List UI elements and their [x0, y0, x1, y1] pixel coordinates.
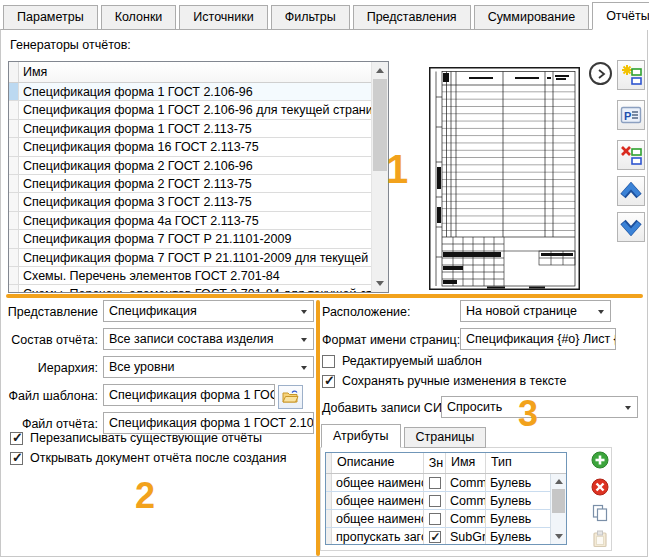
report-content-combo[interactable]: Все записи состава изделия — [103, 328, 314, 350]
list-item-label: Спецификация форма 7 ГОСТ Р 21.1101-2009 — [19, 230, 293, 247]
checkbox-icon[interactable] — [429, 495, 441, 507]
header-name: Имя — [446, 453, 486, 473]
cell-value[interactable] — [424, 528, 446, 545]
checkbox-icon[interactable] — [429, 477, 441, 489]
list-item[interactable]: Спецификация форма 3 ГОСТ 2.113-75 — [9, 193, 388, 211]
arrow-up-icon — [555, 479, 563, 484]
delete-report-generator-button[interactable] — [617, 140, 645, 170]
generators-label: Генераторы отчётов: — [10, 38, 131, 52]
tab-Отчёты[interactable]: Отчёты — [592, 2, 649, 30]
scroll-up-button[interactable] — [551, 474, 566, 488]
list-item[interactable]: Спецификация форма 1 ГОСТ 2.106-96 для т… — [9, 101, 388, 119]
tab-Атрибуты[interactable]: Атрибуты — [321, 424, 401, 448]
editable-template-checkbox[interactable]: Редактируемый шаблон — [322, 353, 482, 369]
tab-Источники[interactable]: Источники — [179, 5, 267, 30]
annotation-1: 1 — [386, 147, 408, 192]
page-name-format-input[interactable]: Спецификация {#o} Лист { — [460, 328, 616, 350]
add-attribute-button[interactable] — [590, 450, 609, 469]
overwrite-reports-checkbox[interactable]: Перезаписывать существующие отчёты — [10, 430, 262, 446]
add-si-records-label: Добавить записи СИ: — [322, 397, 445, 419]
list-item[interactable]: Спецификация форма 2 ГОСТ 2.106-96 — [9, 157, 388, 175]
tab-Параметры[interactable]: Параметры — [3, 5, 98, 30]
tab-Страницы[interactable]: Страницы — [404, 427, 487, 448]
attr-table-body: общее наименованCommБулевьобщее наименов… — [326, 474, 566, 545]
list-item-label: Спецификация форма 1 ГОСТ 2.106-96 — [19, 83, 255, 100]
table-row[interactable]: общее наименованCommБулевь — [326, 510, 566, 528]
list-item-label: Спецификация форма 1 ГОСТ 2.106-96 для т… — [19, 101, 388, 118]
checkbox-icon — [322, 375, 335, 388]
list-item-label: Спецификация форма 2 ГОСТ 2.113-75 — [19, 175, 254, 192]
cell-value[interactable] — [424, 510, 446, 527]
row-header — [9, 249, 19, 266]
representation-combo[interactable]: Спецификация — [103, 300, 314, 322]
scroll-thumb[interactable] — [373, 79, 387, 171]
paste-attribute-button[interactable] — [590, 529, 609, 548]
list-item[interactable]: Спецификация форма 7 ГОСТ Р 21.1101-2009 — [9, 230, 388, 248]
list-item[interactable]: Спецификация форма 1 ГОСТ 2.106-96 — [9, 83, 388, 101]
checkbox-icon[interactable] — [429, 531, 441, 543]
row-header — [9, 120, 19, 137]
scroll-thumb[interactable] — [552, 489, 565, 513]
reports-settings-window: ПараметрыКолонкиИсточникиФильтрыПредстав… — [0, 0, 649, 558]
report-properties-button[interactable]: P — [617, 100, 645, 130]
list-item[interactable]: Спецификация форма 4а ГОСТ 2.113-75 — [9, 212, 388, 230]
delete-attribute-button[interactable] — [590, 477, 609, 496]
paste-icon — [591, 530, 609, 548]
keep-manual-changes-checkbox[interactable]: Сохранять ручные изменения в тексте — [322, 373, 567, 389]
cell-value[interactable] — [424, 474, 446, 491]
template-file-input[interactable]: Спецификация форма 1 ГОСТ — [103, 384, 275, 406]
row-header — [9, 267, 19, 284]
dropdown-arrow-icon — [625, 406, 631, 410]
cell-description: общее наименован — [332, 474, 424, 491]
header-type: Тип — [486, 453, 566, 473]
table-row[interactable]: пропускать заголовSubGrcБулевь — [326, 528, 566, 545]
scroll-down-button[interactable] — [551, 530, 566, 544]
section-divider-horizontal — [6, 294, 643, 298]
add-si-records-combo[interactable]: Спросить — [441, 396, 638, 418]
list-item-label: Спецификация форма 7 ГОСТ Р 21.1101-2009… — [19, 249, 388, 266]
attributes-table: Описание Зн Имя Тип общее наименованComm… — [325, 452, 567, 545]
list-item[interactable]: Спецификация форма 1 ГОСТ 2.113-75 — [9, 120, 388, 138]
row-header — [9, 230, 19, 247]
cell-name: SubGrc — [446, 528, 486, 545]
dropdown-arrow-icon — [301, 338, 307, 342]
open-report-after-create-checkbox[interactable]: Открывать документ отчёта после создания — [10, 450, 286, 466]
row-header — [9, 175, 19, 192]
expand-preview-button[interactable] — [589, 62, 612, 85]
tab-Колонки[interactable]: Колонки — [101, 5, 177, 30]
list-item[interactable]: Схемы. Перечень элементов ГОСТ 2.701-84 — [9, 267, 388, 285]
scroll-up-button[interactable] — [372, 62, 388, 79]
move-up-button[interactable] — [617, 176, 645, 206]
tab-Фильтры[interactable]: Фильтры — [271, 5, 350, 30]
hierarchy-combo[interactable]: Все уровни — [103, 356, 314, 378]
report-content-label: Состав отчёта: — [0, 329, 98, 351]
list-item-label: Спецификация форма 2 ГОСТ 2.106-96 — [19, 157, 255, 174]
move-down-button[interactable] — [617, 212, 645, 242]
list-item[interactable]: Спецификация форма 7 ГОСТ Р 21.1101-2009… — [9, 249, 388, 267]
template-file-label: Файл шаблона: — [0, 385, 98, 407]
arrow-up-icon — [376, 68, 384, 73]
add-icon — [591, 451, 609, 469]
add-report-generator-button[interactable] — [617, 60, 645, 90]
delete-report-generator-icon — [620, 144, 642, 166]
table-row[interactable]: общее наименованCommБулевь — [326, 474, 566, 492]
row-header — [9, 157, 19, 174]
cell-value[interactable] — [424, 492, 446, 509]
attr-table-scrollbar[interactable] — [550, 474, 566, 544]
tab-Суммирование[interactable]: Суммирование — [474, 5, 590, 30]
list-item[interactable]: Схемы. Перечень элементов ГОСТ 2.701-84 … — [9, 285, 388, 293]
row-header — [9, 285, 19, 293]
row-header — [9, 101, 19, 118]
location-combo[interactable]: На новой странице — [460, 300, 611, 322]
list-item[interactable]: Спецификация форма 2 ГОСТ 2.113-75 — [9, 175, 388, 193]
row-header — [9, 212, 19, 229]
open-folder-icon — [282, 390, 299, 404]
list-item[interactable]: Спецификация форма 16 ГОСТ 2.113-75 — [9, 138, 388, 156]
tab-Представления[interactable]: Представления — [353, 5, 471, 30]
checkbox-icon[interactable] — [429, 513, 441, 525]
table-row[interactable]: общее наименованCommБулевь — [326, 492, 566, 510]
browse-template-button[interactable] — [278, 385, 303, 409]
copy-attribute-button[interactable] — [590, 503, 609, 522]
scroll-down-button[interactable] — [372, 275, 388, 292]
location-value: На новой странице — [466, 304, 577, 318]
